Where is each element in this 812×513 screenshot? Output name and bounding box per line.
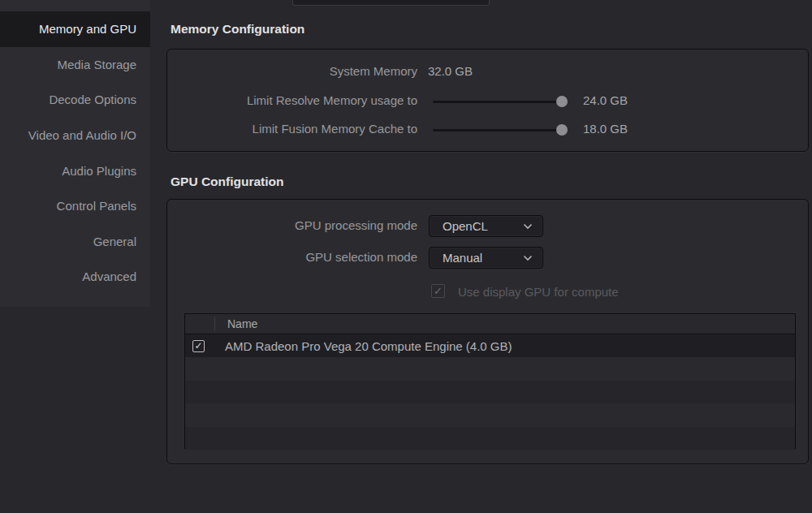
table-empty-row [185,403,795,426]
table-empty-row [185,381,795,403]
fusion-cache-limit-value: 18.0 GB [583,122,628,136]
sidebar-item-label: Control Panels [57,199,136,213]
resolve-memory-limit-label: Limit Resolve Memory usage to [167,93,417,107]
sidebar-item-decode-options[interactable]: Decode Options [0,82,150,118]
name-column-header: Name [227,317,257,330]
sidebar-item-label: Memory and GPU [39,22,136,36]
table-empty-row [185,357,795,380]
chevron-down-icon [523,255,533,261]
dropdown-selected-value: OpenCL [443,219,523,233]
sidebar-item-video-audio-io[interactable]: Video and Audio I/O [0,118,150,153]
gpu-list-table: Name ✓ AMD Radeon Pro Vega 20 Compute En… [184,313,796,449]
fusion-cache-limit-label: Limit Fusion Memory Cache to [167,122,417,136]
table-empty-row [185,427,795,450]
memory-configuration-title: Memory Configuration [171,22,304,37]
fusion-cache-limit-slider[interactable] [433,122,566,138]
sidebar-item-label: Advanced [82,269,136,283]
dropdown-selected-value: Manual [443,251,523,265]
use-display-gpu-label: Use display GPU for compute [458,285,619,299]
gpu-table-header: Name [185,314,795,334]
gpu-selection-mode-dropdown[interactable]: Manual [429,247,543,269]
sidebar-item-general[interactable]: General [0,224,150,260]
gpu-processing-mode-label: GPU processing mode [167,218,417,232]
gpu-table-row[interactable]: ✓ AMD Radeon Pro Vega 20 Compute Engine … [185,334,795,357]
resolve-memory-limit-slider[interactable] [433,93,566,110]
slider-track [433,101,566,103]
resolve-memory-limit-value: 24.0 GB [583,93,628,107]
sidebar-item-media-storage[interactable]: Media Storage [0,47,150,83]
slider-knob[interactable] [556,124,568,136]
preferences-sidebar: Memory and GPU Media Storage Decode Opti… [0,0,150,307]
system-memory-value: 32.0 GB [428,64,473,78]
sidebar-item-control-panels[interactable]: Control Panels [0,188,150,224]
gpu-selection-mode-label: GPU selection mode [167,250,417,264]
slider-knob[interactable] [556,96,568,107]
sidebar-item-memory-and-gpu[interactable]: Memory and GPU [0,11,150,47]
system-memory-label: System Memory [167,64,417,78]
check-icon: ✓ [194,341,202,351]
sidebar-item-label: Decode Options [49,93,136,106]
check-icon: ✓ [434,286,443,296]
memory-configuration-box: System Memory 32.0 GB Limit Resolve Memo… [166,49,809,152]
sidebar-item-advanced[interactable]: Advanced [0,259,150,295]
sidebar-item-label: Audio Plugins [62,164,136,178]
sidebar-item-label: Media Storage [57,58,136,71]
sidebar-item-label: Video and Audio I/O [28,128,136,142]
tab-bar-partial[interactable] [292,0,490,6]
gpu-name: AMD Radeon Pro Vega 20 Compute Engine (4… [225,339,512,353]
sidebar-item-label: General [93,235,136,248]
column-divider [214,317,215,331]
gpu-enabled-checkbox[interactable]: ✓ [192,340,205,352]
chevron-down-icon [523,223,533,230]
sidebar-item-audio-plugins[interactable]: Audio Plugins [0,153,150,188]
gpu-processing-mode-dropdown[interactable]: OpenCL [429,215,543,237]
gpu-configuration-title: GPU Configuration [171,175,284,189]
gpu-configuration-box: GPU processing mode OpenCL GPU selection… [166,199,809,464]
slider-track [433,129,566,131]
use-display-gpu-checkbox[interactable]: ✓ [431,284,445,298]
